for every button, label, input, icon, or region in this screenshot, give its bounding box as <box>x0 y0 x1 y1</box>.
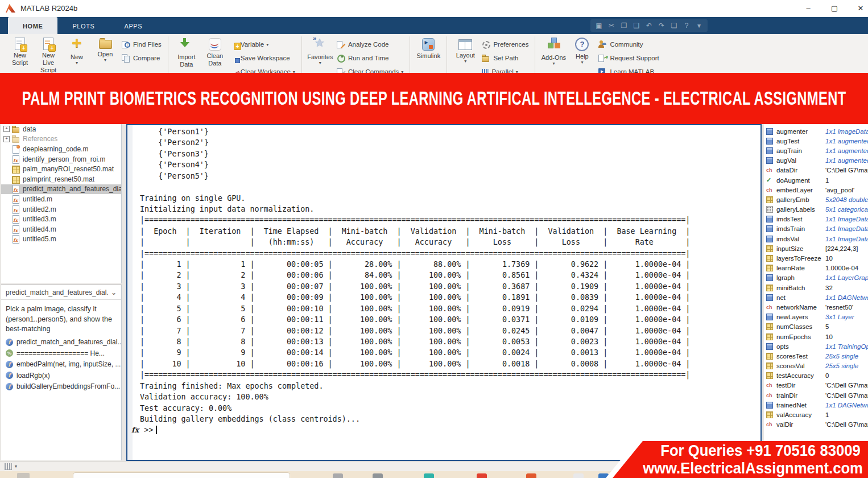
import-data-button[interactable]: ImportData <box>172 34 201 68</box>
workspace-row[interactable]: scoresVal25x5 single <box>764 361 868 371</box>
function-item[interactable]: embedPalm(net, img, inputSize, ... <box>1 359 121 370</box>
save-workspace-button[interactable]: Save Workspace <box>229 51 297 65</box>
workspace-row[interactable]: newLayers3x1 Layer <box>764 312 868 322</box>
compare-button[interactable]: Compare <box>119 51 164 65</box>
simulink-button[interactable]: Simulink <box>414 34 443 60</box>
favorites-button[interactable]: Favorites▾ <box>306 34 334 65</box>
variable-button[interactable]: Variable▾ <box>229 38 297 51</box>
workspace-row[interactable]: scoresTest25x5 single <box>764 351 868 361</box>
file-item[interactable]: +References <box>1 134 121 145</box>
workspace-row[interactable]: testAccuracy0 <box>764 371 868 381</box>
taskbar-start-icon[interactable] <box>17 473 30 478</box>
file-item[interactable]: untitled3.m <box>1 214 121 224</box>
taskbar-app-icon-2[interactable] <box>373 473 383 478</box>
cut-icon[interactable]: ✂ <box>606 22 617 30</box>
workspace-row[interactable]: trainedNet1x1 DAGNetwork <box>764 400 868 410</box>
file-item[interactable]: untitled4.m <box>1 224 121 234</box>
workspace-row[interactable]: net1x1 DAGNetwork <box>764 292 868 302</box>
file-item[interactable]: untitled.m <box>1 194 121 204</box>
taskbar-search-box[interactable] <box>73 472 290 478</box>
file-item[interactable]: predict_match_and_features_dia.. <box>1 184 121 195</box>
redo-icon[interactable]: ↷ <box>656 22 667 30</box>
workspace-row[interactable]: augmenter1x1 imageDataAugmenter <box>764 126 868 136</box>
workspace-row[interactable]: layersToFreeze10 <box>764 253 868 263</box>
workspace-row[interactable]: imdsTrain1x1 ImageDatastore <box>764 224 868 234</box>
workspace-row[interactable]: augVal1x1 augmentedImageDatastore <box>764 156 868 166</box>
workspace-row[interactable]: augTest1x1 augmentedImageDatastore <box>764 136 868 146</box>
expander-icon[interactable]: + <box>3 126 10 132</box>
workspace-row[interactable]: augTrain1x1 augmentedImageDatastore <box>764 146 868 155</box>
layout-button[interactable]: Layout▾ <box>451 34 480 63</box>
request-support-button[interactable]: Request Support <box>596 51 661 65</box>
details-toggle-arrow-icon[interactable]: ▾ <box>15 464 17 469</box>
taskbar-app-icon-3[interactable] <box>424 473 434 478</box>
analyze-code-button[interactable]: Analyze Code <box>334 38 406 51</box>
file-item[interactable]: deeplearning_code.m <box>1 144 121 154</box>
tab-home[interactable]: HOME <box>8 17 57 34</box>
workspace-row[interactable]: testDir'C:\Dell G7\matlab <box>764 381 868 390</box>
close-button[interactable]: ✕ <box>848 0 868 17</box>
chevron-down-icon[interactable]: ⌄ <box>111 289 117 296</box>
window-icon[interactable]: ❏ <box>669 22 679 30</box>
preferences-button[interactable]: Preferences <box>480 38 531 51</box>
command-prompt-row[interactable]: fx >> <box>131 426 157 434</box>
workspace-row[interactable]: dataDir'C:\Dell G7\matlab <box>764 166 868 175</box>
workspace-row[interactable]: embedLayer'avg_pool' <box>764 185 868 195</box>
clean-data-button[interactable]: CleanData <box>201 34 229 67</box>
find-files-button[interactable]: Find Files <box>119 38 164 51</box>
workspace-row[interactable]: numClasses5 <box>764 322 868 332</box>
function-item[interactable]: predict_match_and_features_dial... <box>1 337 121 348</box>
taskbar-app-icon-1[interactable] <box>333 473 343 478</box>
details-header[interactable]: predict_match_and_features_dial... ⌄ <box>1 285 121 300</box>
function-item[interactable]: ================== He... <box>1 348 121 359</box>
expand-icon[interactable]: ▾ <box>694 22 704 30</box>
workspace-row[interactable]: networkName'resnet50' <box>764 302 868 312</box>
workspace-row[interactable]: learnRate1.0000e-04 <box>764 263 868 273</box>
taskbar-app-icon-5[interactable] <box>526 473 536 478</box>
paste-icon[interactable]: ❑ <box>631 22 642 30</box>
new-button[interactable]: New▾ <box>63 34 91 65</box>
function-item[interactable]: loadRgb(x) <box>1 370 121 381</box>
community-button[interactable]: Community <box>596 38 661 51</box>
workspace-row[interactable]: galleryEmb5x2048 double <box>764 195 868 204</box>
set-path-button[interactable]: Set Path <box>480 51 531 65</box>
add-ons-button[interactable]: Add-Ons▾ <box>539 34 568 65</box>
workspace-row[interactable]: trainDir'C:\Dell G7\matlab <box>764 390 868 400</box>
workspace-row[interactable]: miniBatch32 <box>764 283 868 292</box>
file-item[interactable]: palm_manyROI_resnet50.mat <box>1 164 121 174</box>
workspace-row[interactable]: imdsTest1x1 ImageDatastore <box>764 215 868 224</box>
tab-plots[interactable]: PLOTS <box>57 17 109 34</box>
tab-apps[interactable]: APPS <box>109 17 157 34</box>
workspace-row[interactable]: numEpochs10 <box>764 332 868 341</box>
workspace-row[interactable]: valAccuracy1 <box>764 410 868 419</box>
taskbar-app-icon-6[interactable] <box>573 473 584 478</box>
minimize-button[interactable]: – <box>795 0 821 17</box>
workspace-row[interactable]: lgraph1x1 LayerGraph <box>764 273 868 283</box>
help-button[interactable]: Help▾ <box>568 34 596 64</box>
run-and-time-button[interactable]: Run and Time <box>334 51 406 65</box>
workspace-row[interactable]: opts1x1 TrainingOptionsAdam <box>764 341 868 351</box>
file-item[interactable]: +data <box>1 124 121 134</box>
details-toggle-icon[interactable] <box>5 463 12 470</box>
workspace-row[interactable]: imdsVal1x1 ImageDatastore <box>764 234 868 244</box>
save-icon[interactable]: ▣ <box>594 22 604 30</box>
workspace-row[interactable]: inputSize[224,224,3] <box>764 244 868 253</box>
file-item[interactable]: palmprint_resnet50.mat <box>1 174 121 184</box>
file-item[interactable]: untitled5.m <box>1 234 121 245</box>
workspace-row[interactable]: valDir'C:\Dell G7\matlab <box>764 420 868 430</box>
expander-icon[interactable]: + <box>3 136 10 142</box>
help-circle-icon[interactable]: ? <box>681 22 692 30</box>
taskbar-app-icon-4[interactable] <box>477 473 487 478</box>
maximize-button[interactable]: ▢ <box>821 0 848 17</box>
function-item[interactable]: buildGalleryEmbeddingsFromFo... <box>1 381 121 393</box>
new-live-script-button[interactable]: NewLive Script <box>34 34 63 74</box>
open-button[interactable]: Open▾ <box>91 34 119 62</box>
copy-icon[interactable]: ❐ <box>619 22 629 30</box>
workspace-row[interactable]: galleryLabels5x1 categorical <box>764 205 868 215</box>
file-item[interactable]: identify_person_from_roi.m <box>1 154 121 164</box>
file-item[interactable]: untitled2.m <box>1 204 121 215</box>
command-window[interactable]: {'Person1'} {'Person2'} {'Person3'} {'Pe… <box>126 124 762 461</box>
fx-icon[interactable]: fx <box>131 426 139 434</box>
workspace-row[interactable]: doAugment1 <box>764 175 868 185</box>
undo-icon[interactable]: ↶ <box>644 22 654 30</box>
